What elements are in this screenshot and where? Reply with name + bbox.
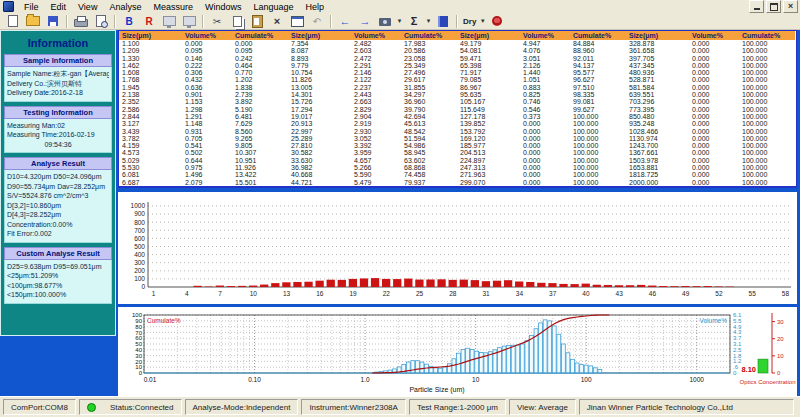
table-cell: 0.000 — [520, 128, 570, 135]
open-icon-button[interactable] — [23, 13, 43, 30]
table-cell: 153.792 — [457, 128, 520, 135]
properties-icon — [291, 16, 304, 27]
info-line: D25=9.638μm D95=69.051μm — [7, 262, 109, 272]
menu-windows[interactable]: Windows — [199, 2, 248, 12]
table-header-cell: Cumulate% — [401, 31, 457, 40]
table-cell: 224.897 — [457, 157, 520, 164]
svg-text:10: 10 — [135, 364, 142, 370]
table-cell: 0.146 — [182, 55, 232, 62]
section-body: Sample Name:粉末-gan【AverageDelivery Co.:滨… — [4, 67, 112, 102]
svg-text:16: 16 — [316, 290, 324, 297]
svg-text:34: 34 — [516, 290, 524, 297]
svg-text:500: 500 — [134, 243, 145, 250]
svg-text:20: 20 — [135, 359, 142, 365]
window-minimize-button[interactable] — [749, 0, 764, 13]
properties-icon-button[interactable] — [287, 13, 307, 30]
table-cell: 0.546 — [520, 106, 570, 113]
table-cell: 17.294 — [288, 106, 351, 113]
info-line: Sample Name:粉末-gan【Average — [7, 69, 109, 79]
report-icon-button[interactable]: R — [139, 13, 159, 30]
table-header-cell: Volume% — [520, 31, 570, 40]
channel-chart-svg: 0100200300400500600700800900100014710131… — [118, 192, 797, 304]
sidebar-section-0: Sample InformationSample Name:粉末-gan【Ave… — [4, 54, 112, 102]
dropdown-caret-icon[interactable]: ▾ — [478, 17, 487, 25]
table-cell: 15.726 — [288, 98, 351, 105]
dropdown-caret-icon[interactable]: ▾ — [424, 17, 433, 25]
status-led-icon — [87, 403, 96, 412]
exit-icon-button[interactable] — [433, 13, 453, 30]
menu-help[interactable]: Help — [300, 2, 331, 12]
table-cell: 0.825 — [520, 91, 570, 98]
table-cell: 1.608 — [119, 69, 182, 76]
table-cell: 51.594 — [401, 135, 457, 142]
table-cell: 169.120 — [457, 135, 520, 142]
undo-icon-button[interactable]: ↶ — [307, 13, 327, 30]
paste-icon-button[interactable] — [247, 13, 267, 30]
table-cell: 88.960 — [570, 47, 626, 54]
section-header: Analyse Result — [4, 157, 112, 170]
table-cell: 247.313 — [457, 164, 520, 171]
camera-icon-button[interactable] — [375, 13, 395, 30]
table-cell: 48.542 — [401, 128, 457, 135]
svg-text:40: 40 — [135, 347, 142, 353]
delete-icon: × — [274, 15, 280, 27]
screen-icon-1 — [163, 16, 176, 26]
delete-icon-button[interactable]: × — [267, 13, 287, 30]
table-cell: 2000.000 — [626, 179, 689, 186]
menu-edit[interactable]: Edit — [45, 2, 73, 12]
table-cell: 58.945 — [401, 149, 457, 156]
svg-text:100: 100 — [581, 376, 592, 383]
table-cell: 0.502 — [182, 149, 232, 156]
window-restore-button[interactable] — [766, 0, 781, 13]
table-cell: 79.085 — [457, 76, 520, 83]
table-cell: 40.668 — [288, 171, 351, 178]
copy-icon-button[interactable] — [227, 13, 247, 30]
calibrate-icon — [492, 16, 502, 26]
minimize-icon — [754, 8, 760, 10]
table-cell: 0.000 — [689, 149, 739, 156]
table-cell: 10.307 — [232, 149, 288, 156]
size-distribution-table: Size(μm)Volume%Cumulate%Size(μm)Volume%C… — [118, 30, 797, 188]
screen-icon-1-button[interactable] — [159, 13, 179, 30]
new-icon-button[interactable] — [3, 13, 23, 30]
menu-file[interactable]: File — [18, 2, 45, 12]
table-cell: 0.000 — [689, 171, 739, 178]
svg-text:52: 52 — [715, 290, 723, 297]
bold-icon-button[interactable]: B — [119, 13, 139, 30]
table-cell: 1653.881 — [626, 164, 689, 171]
calibrate-icon-button[interactable] — [487, 13, 507, 30]
table-cell: 2.443 — [351, 91, 401, 98]
print-icon-button[interactable] — [71, 13, 91, 30]
forward-icon-button[interactable]: → — [355, 13, 375, 30]
dry-mode-dropdown[interactable]: Dry — [461, 17, 478, 26]
table-cell: 1243.700 — [626, 142, 689, 149]
dropdown-caret-icon[interactable]: ▾ — [395, 17, 404, 25]
screen-icon-2-button[interactable] — [179, 13, 199, 30]
table-cell: 0.000 — [520, 179, 570, 186]
cut-icon-button[interactable]: ✂ — [207, 13, 227, 30]
menu-view[interactable]: View — [72, 2, 103, 12]
table-cell: 2.844 — [119, 113, 182, 120]
table-cell: 39.790 — [401, 106, 457, 113]
table-cell: 86.967 — [457, 84, 520, 91]
table-cell: 100.000 — [739, 106, 795, 113]
back-icon-button[interactable]: ← — [335, 13, 355, 30]
table-header-cell: Cumulate% — [739, 31, 795, 40]
window-close-button[interactable]: × — [783, 0, 798, 13]
sum-icon-button[interactable]: Σ — [404, 13, 424, 30]
info-line: Measuring Time:2016-02-19 — [7, 130, 109, 140]
undo-icon: ↶ — [313, 16, 321, 27]
table-cell: 4.076 — [520, 47, 570, 54]
print-preview-icon-button[interactable] — [91, 13, 111, 30]
svg-text:58: 58 — [782, 290, 790, 297]
table-cell: 100.000 — [739, 157, 795, 164]
table-cell: 0.000 — [689, 120, 739, 127]
table-cell: 2.586 — [119, 106, 182, 113]
table-header-cell: Size(μm) — [288, 31, 351, 40]
table-cell: 36.960 — [401, 98, 457, 105]
table-cell: 100.000 — [739, 128, 795, 135]
save-icon-button[interactable] — [43, 13, 63, 30]
menu-language[interactable]: Language — [247, 2, 299, 12]
menu-meassure[interactable]: Meassure — [147, 2, 199, 12]
menu-analyse[interactable]: Analyse — [103, 2, 147, 12]
